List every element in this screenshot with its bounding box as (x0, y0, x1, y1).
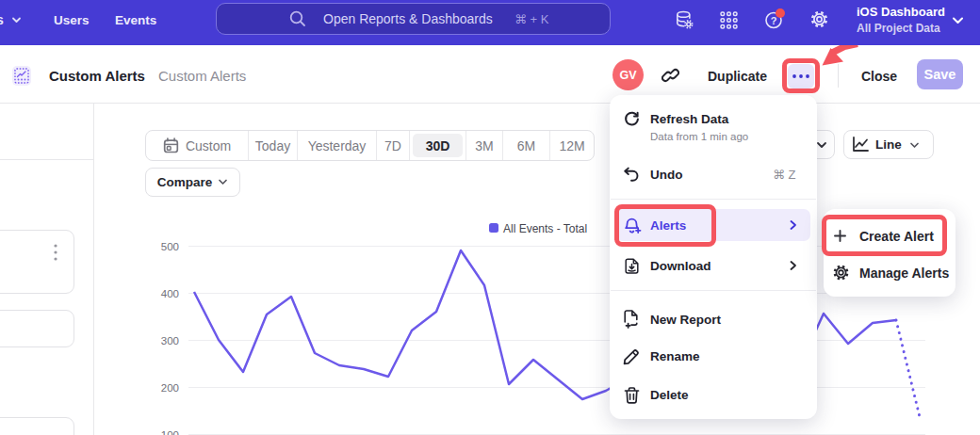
svg-text:300: 300 (161, 335, 179, 346)
svg-text:100: 100 (161, 429, 179, 435)
svg-text:400: 400 (161, 288, 179, 299)
svg-text:All Events - Total: All Events - Total (503, 222, 587, 235)
svg-text:200: 200 (161, 382, 179, 394)
svg-text:500: 500 (161, 241, 179, 252)
